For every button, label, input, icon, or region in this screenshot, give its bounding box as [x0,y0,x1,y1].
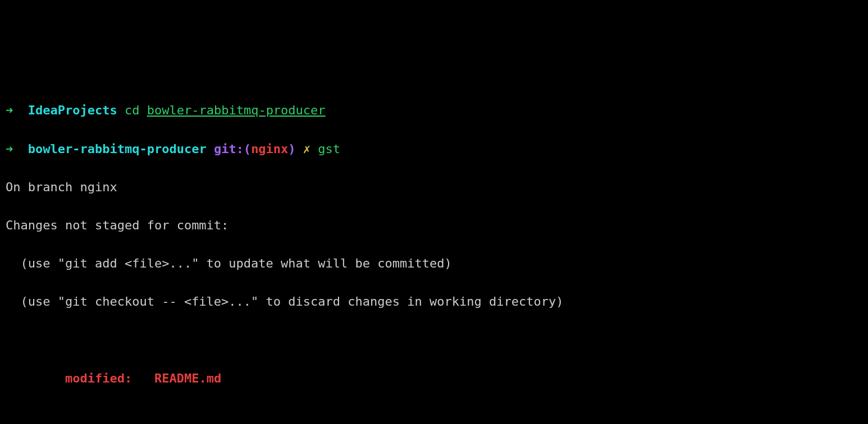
cmd-cd: cd [125,103,140,117]
modified-label: modified: [65,371,132,385]
blank-line [6,407,862,424]
output-text: On branch nginx [6,178,862,197]
output-text: (use "git checkout -- <file>..." to disc… [6,292,862,311]
dirty-icon: ✗ [303,142,310,156]
modified-line: modified: README.md [6,369,862,388]
git-suffix: ) [288,142,295,156]
prompt-line: ➜ bowler-rabbitmq-producer git:(nginx) ✗… [6,140,862,159]
cmd-gst: gst [318,142,340,156]
prompt-line: ➜ IdeaProjects cd bowler-rabbitmq-produc… [6,101,862,120]
output-text: (use "git add <file>..." to update what … [6,254,862,273]
cwd: IdeaProjects [28,103,117,117]
git-prefix: git:( [214,142,251,156]
output-text: Changes not staged for commit: [6,216,862,235]
modified-file: README.md [154,371,221,385]
terminal[interactable]: ➜ IdeaProjects cd bowler-rabbitmq-produc… [6,82,862,424]
cwd: bowler-rabbitmq-producer [28,142,207,156]
cd-target: bowler-rabbitmq-producer [147,103,326,117]
blank-line [6,331,862,350]
git-branch: nginx [251,142,288,156]
arrow-icon: ➜ [6,103,13,117]
arrow-icon: ➜ [6,142,13,156]
